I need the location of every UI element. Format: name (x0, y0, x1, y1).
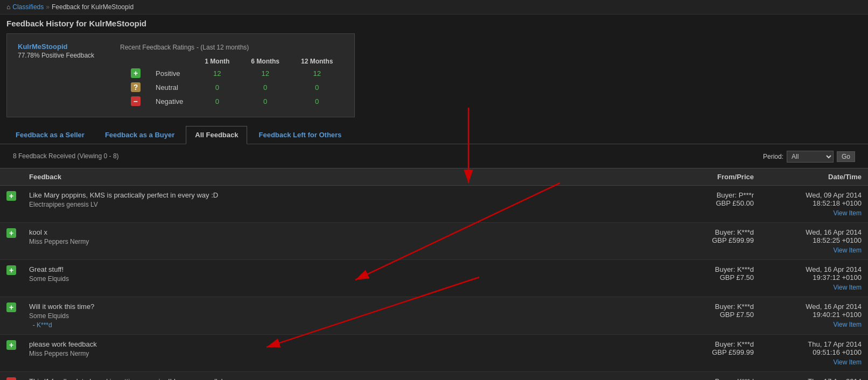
time-text: 19:40:21 +0100 (767, 311, 862, 319)
col-header-from-price: From/Price (674, 168, 760, 186)
rating-username[interactable]: KulrMeStoopid (18, 43, 104, 51)
feedback-main-text: Will it work this time? (29, 302, 668, 311)
table-row: + please work feedback Miss Peppers Nerm… (0, 335, 868, 372)
col-header-date-time: Date/Time (760, 168, 868, 186)
feedback-sub: Electrapipes genesis LV (29, 201, 668, 208)
feedback-text-cell: This '1 feedback to leave' is getting an… (23, 372, 674, 381)
feedback-text-cell: please work feedback Miss Peppers Nermy (23, 335, 674, 372)
date-time-cell: Wed, 16 Apr 2014 19:37:12 +0100 View Ite… (760, 260, 868, 297)
view-item-link[interactable]: View Item (767, 247, 862, 254)
feedback-main-text: Great stuff! (29, 265, 668, 273)
date-text: Wed, 16 Apr 2014 (767, 228, 862, 236)
from-price-cell: Buyer: K***d GBP £7.50 (674, 297, 760, 335)
buyer-label: Buyer: P***r (681, 191, 754, 199)
time-text: 19:37:12 +0100 (767, 273, 862, 282)
rating-user-info: KulrMeStoopid 77.78% Positive Feedback (18, 43, 104, 59)
price-label: GBP £7.50 (681, 273, 754, 282)
buyer-label: Buyer: K***d (681, 340, 754, 348)
period-select[interactable]: All1 Month6 Months12 Months (787, 151, 834, 163)
view-item-link[interactable]: View Item (767, 284, 862, 291)
tabs-row: Feedback as a SellerFeedback as a BuyerA… (0, 126, 868, 144)
buyer-label: Buyer: K***d (681, 265, 754, 273)
table-row: + kool x Miss Peppers Nermy Buyer: K***d… (0, 223, 868, 260)
home-icon: ⌂ (6, 3, 10, 11)
positive-icon: + (6, 340, 16, 350)
table-row: + Will it work this time? Some Elquids -… (0, 297, 868, 335)
rating-percent: 77.78% Positive Feedback (18, 52, 104, 59)
breadcrumb-site-link[interactable]: Classifieds (12, 3, 44, 11)
date-time-cell: Wed, 16 Apr 2014 18:52:25 +0100 View Ite… (760, 223, 868, 260)
time-text: 18:52:18 +0100 (767, 199, 862, 207)
positive-icon: + (6, 228, 16, 238)
time-text: 09:51:16 +0100 (767, 348, 862, 356)
from-price-cell: Buyer: K***d GBP £599.99 (674, 335, 760, 372)
period-row: Period: All1 Month6 Months12 Months Go (757, 149, 862, 165)
feedback-text-cell: Great stuff! Some Elquids (23, 260, 674, 297)
date-time-cell: Thu, 17 Apr 2014 21:56:22 +0100 View Ite… (760, 372, 868, 381)
feedback-text-cell: kool x Miss Peppers Nermy (23, 223, 674, 260)
view-item-link[interactable]: View Item (767, 321, 862, 328)
feedback-text-cell: Will it work this time? Some Elquids - K… (23, 297, 674, 335)
feedback-icon-cell: + (0, 260, 23, 297)
positive-icon: + (6, 302, 16, 312)
view-item-link[interactable]: View Item (767, 209, 862, 217)
date-time-cell: Thu, 17 Apr 2014 09:51:16 +0100 View Ite… (760, 335, 868, 372)
tab-seller[interactable]: Feedback as a Seller (6, 126, 94, 144)
feedback-sub: Some Elquids (29, 275, 668, 283)
breadcrumb-separator: » (46, 3, 50, 11)
tab-all[interactable]: All Feedback (186, 126, 247, 144)
feedback-sub: Miss Peppers Nermy (29, 350, 668, 357)
col-6months: 6 Months (240, 57, 290, 66)
period-label: Period: (763, 153, 783, 160)
col-12months: 12 Months (290, 57, 344, 66)
rating-table-section: Recent Feedback Ratings - (Last 12 month… (120, 43, 344, 108)
date-text: Wed, 16 Apr 2014 (767, 265, 862, 273)
breadcrumb-current: Feedback for KulrMeStoopid (52, 3, 134, 11)
feedback-main-text: kool x (29, 228, 668, 236)
from-price-cell: Buyer: K***d GBP £7.50 (674, 372, 760, 381)
positive-icon: + (6, 265, 16, 275)
price-label: GBP £599.99 (681, 236, 754, 244)
price-label: GBP £599.99 (681, 348, 754, 356)
date-time-cell: Wed, 16 Apr 2014 19:40:21 +0100 View Ite… (760, 297, 868, 335)
rating-title: Recent Feedback Ratings - (Last 12 month… (120, 43, 344, 51)
date-text: Thu, 17 Apr 2014 (767, 377, 862, 380)
feedback-sub: Miss Peppers Nermy (29, 238, 668, 245)
date-text: Thu, 17 Apr 2014 (767, 340, 862, 348)
feedback-icon-cell: + (0, 186, 23, 223)
date-text: Wed, 09 Apr 2014 (767, 191, 862, 199)
time-text: 18:52:25 +0100 (767, 236, 862, 244)
date-time-cell: Wed, 09 Apr 2014 18:52:18 +0100 View Ite… (760, 186, 868, 223)
positive-icon: + (6, 191, 16, 201)
feedback-icon-cell: + (0, 297, 23, 335)
tab-buyer[interactable]: Feedback as a Buyer (96, 126, 184, 144)
table-header-row: Feedback From/Price Date/Time (0, 168, 868, 186)
col-header-feedback: Feedback (23, 168, 674, 186)
from-price-cell: Buyer: K***d GBP £7.50 (674, 260, 760, 297)
feedback-main-text: please work feedback (29, 340, 668, 348)
feedback-icon-cell: + (0, 223, 23, 260)
feedback-main-text: Like Mary poppins, KMS is practically pe… (29, 191, 668, 199)
breadcrumb: ⌂ Classifieds » Feedback for KulrMeStoop… (0, 0, 868, 15)
feedback-quote: - K***d (29, 321, 668, 329)
view-item-link[interactable]: View Item (767, 358, 862, 366)
feedback-table: Feedback From/Price Date/Time + Like Mar… (0, 168, 868, 380)
feedback-icon-cell: – (0, 372, 23, 381)
feedback-sub: Some Elquids (29, 312, 668, 320)
page-title: Feedback History for KulrMeStoopid (0, 15, 868, 33)
quote-link[interactable]: K***d (37, 321, 52, 329)
from-price-cell: Buyer: P***r GBP £50.00 (674, 186, 760, 223)
buyer-label: Buyer: K***d (681, 377, 754, 380)
buyer-label: Buyer: K***d (681, 228, 754, 236)
table-row: + Great stuff! Some Elquids Buyer: K***d… (0, 260, 868, 297)
feedback-count: 8 Feedback Received (Viewing 0 - 8) (6, 150, 125, 163)
tab-others[interactable]: Feedback Left for Others (249, 126, 351, 144)
go-button[interactable]: Go (837, 151, 855, 162)
from-price-cell: Buyer: K***d GBP £599.99 (674, 223, 760, 260)
col-1month: 1 Month (194, 57, 240, 66)
date-text: Wed, 16 Apr 2014 (767, 302, 862, 311)
rating-box: KulrMeStoopid 77.78% Positive Feedback R… (6, 33, 355, 117)
buyer-label: Buyer: K***d (681, 302, 754, 311)
rating-table: 1 Month 6 Months 12 Months + Positive 12… (120, 57, 344, 108)
price-label: GBP £7.50 (681, 311, 754, 319)
